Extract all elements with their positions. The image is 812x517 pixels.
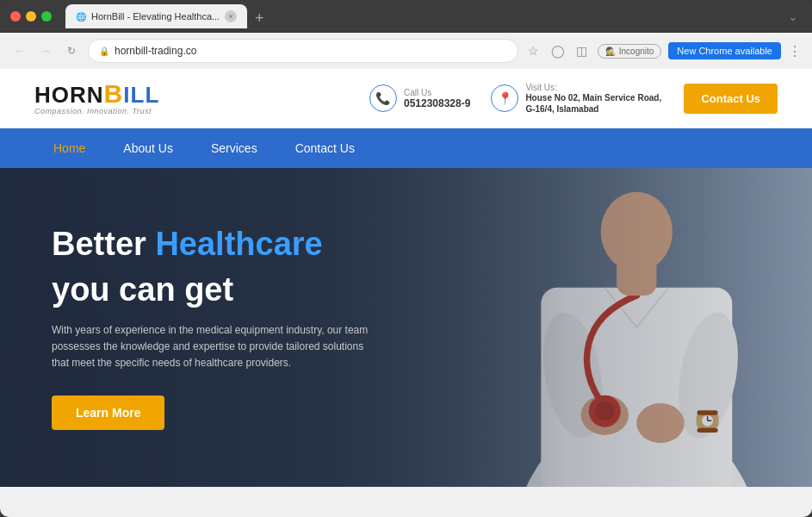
hero-title-part1: Better (52, 226, 155, 262)
forward-button[interactable]: → (36, 41, 55, 60)
site-header: HORNBILL Compassion. Innovation. Trust 📞… (0, 69, 812, 128)
browser-window: 🌐 HornBill - Elevating Healthca... × + ⌄… (0, 0, 812, 517)
phone-info: Call Us 0512308328-9 (404, 88, 470, 109)
location-icon: 📍 (491, 84, 518, 112)
reload-button[interactable]: ↻ (62, 41, 81, 60)
profile-icon[interactable]: ◯ (549, 42, 567, 59)
new-chrome-button[interactable]: New Chrome available (668, 42, 781, 59)
url-bar[interactable]: 🔒 hornbill-trading.co (88, 39, 518, 63)
nav-home[interactable]: Home (34, 129, 104, 167)
back-button[interactable]: ← (10, 41, 29, 60)
address-bar: ← → ↻ 🔒 hornbill-trading.co ☆ ◯ ◫ 🕵 Inco… (0, 33, 812, 69)
url-text: hornbill-trading.co (115, 45, 196, 57)
hero-description: With years of experience in the medical … (52, 322, 379, 372)
nav-contact[interactable]: Contact Us (276, 129, 374, 167)
hero-title-highlight: Healthcare (155, 226, 322, 262)
contact-us-button[interactable]: Contact Us (684, 84, 778, 114)
extension-icon[interactable]: ◫ (573, 42, 591, 59)
nav-services[interactable]: Services (192, 129, 276, 167)
hero-title: Better Healthcare (52, 225, 379, 265)
nav-links: Home About Us Services Contact Us (34, 129, 374, 167)
chevron-down-icon[interactable]: ⌄ (784, 8, 802, 25)
new-tab-button[interactable]: + (249, 8, 270, 28)
webpage-content: HORNBILL Compassion. Innovation. Trust 📞… (0, 69, 812, 517)
phone-icon: 📞 (369, 84, 397, 112)
address-contact: 📍 Visit Us: House No 02, Main Service Ro… (491, 83, 663, 115)
phone-contact: 📞 Call Us 0512308328-9 (369, 84, 470, 112)
browser-actions: ☆ ◯ ◫ 🕵 Incognito New Chrome available ⋮ (525, 42, 802, 59)
logo: HORNBILL (34, 81, 159, 107)
tab-close-button[interactable]: × (225, 10, 237, 22)
visit-label: Visit Us: (525, 83, 663, 92)
header-contact: 📞 Call Us 0512308328-9 📍 Visit Us: House… (369, 83, 778, 115)
hero-content: Better Healthcare you can get With years… (0, 225, 431, 430)
maximize-button[interactable] (41, 11, 52, 22)
secure-icon: 🔒 (99, 47, 109, 56)
address-info: Visit Us: House No 02, Main Service Road… (525, 83, 663, 115)
logo-area: HORNBILL Compassion. Innovation. Trust (34, 81, 159, 115)
phone-number: 0512308328-9 (404, 97, 470, 109)
hero-section: Better Healthcare you can get With years… (0, 168, 812, 487)
traffic-lights (10, 11, 52, 22)
close-button[interactable] (10, 11, 21, 22)
logo-tagline: Compassion. Innovation. Trust (34, 107, 159, 115)
minimize-button[interactable] (26, 11, 36, 22)
call-label: Call Us (404, 88, 470, 97)
address-text: House No 02, Main Service Road, G-16/4, … (525, 92, 663, 115)
active-tab[interactable]: 🌐 HornBill - Elevating Healthca... × (65, 4, 247, 28)
learn-more-button[interactable]: Learn More (52, 396, 164, 430)
incognito-icon: 🕵 (605, 47, 616, 56)
incognito-badge: 🕵 Incognito (598, 44, 662, 59)
bookmark-icon[interactable]: ☆ (525, 42, 542, 59)
nav-about[interactable]: About Us (104, 129, 192, 167)
tab-title: HornBill - Elevating Healthca... (91, 11, 220, 22)
incognito-label: Incognito (619, 47, 654, 56)
hero-subtitle: you can get (52, 271, 379, 308)
site-navigation: Home About Us Services Contact Us (0, 128, 812, 168)
title-bar: 🌐 HornBill - Elevating Healthca... × + ⌄ (0, 0, 812, 33)
tab-bar: 🌐 HornBill - Elevating Healthca... × + (65, 4, 778, 28)
menu-button[interactable]: ⋮ (788, 43, 802, 59)
